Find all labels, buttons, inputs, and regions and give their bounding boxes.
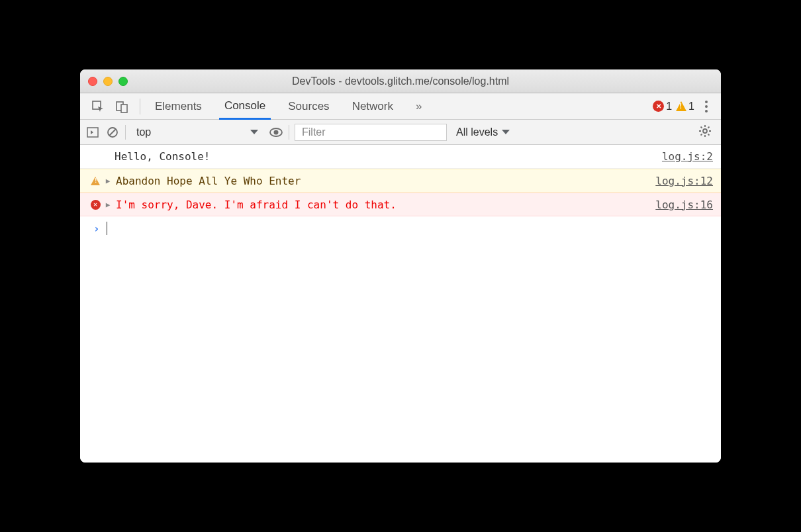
devtools-window: DevTools - devtools.glitch.me/console/lo… [80,69,721,463]
svg-point-8 [703,129,707,133]
message-source-link[interactable]: log.js:16 [655,199,713,211]
clear-console-icon[interactable] [105,125,120,140]
expand-arrow-icon[interactable]: ▶ [103,177,113,185]
minimize-button[interactable] [103,77,113,86]
separator [125,125,126,140]
tabbar-right: ✕ 1 1 [653,101,714,112]
console-settings-icon[interactable] [694,124,716,140]
filter-input[interactable] [295,124,447,141]
console-message-warn[interactable]: ▶ Abandon Hope All Ye Who Enter log.js:1… [80,169,721,193]
console-toolbar: top All levels [80,120,721,145]
separator [140,99,140,114]
prompt-caret-icon: › [93,222,100,235]
tab-network[interactable]: Network [347,93,399,119]
inspect-tools [87,99,133,114]
error-icon: ✕ [653,101,664,112]
message-text: Hello, Console! [88,150,662,163]
svg-line-16 [708,126,709,128]
tab-elements[interactable]: Elements [150,93,207,119]
message-text: Abandon Hope All Ye Who Enter [113,175,655,187]
expand-arrow-icon[interactable]: ▶ [103,200,113,209]
warning-icon [676,101,686,111]
text-cursor [107,222,107,235]
error-icon: ✕ [88,200,103,210]
warning-count-badge[interactable]: 1 [676,101,694,112]
close-button[interactable] [88,77,97,86]
device-toggle-icon[interactable] [115,99,129,114]
console-message-log[interactable]: Hello, Console! log.js:2 [80,145,721,169]
console-prompt[interactable]: › [80,216,721,240]
console-message-error[interactable]: ✕ ▶ I'm sorry, Dave. I'm afraid I can't … [80,193,721,216]
tab-console[interactable]: Console [219,93,271,120]
panel-tabs: Elements Console Sources Network » [150,93,427,119]
tabs-overflow-icon[interactable]: » [410,93,427,119]
svg-line-13 [701,126,702,128]
svg-line-5 [109,129,116,136]
warning-icon [88,177,103,185]
sidebar-toggle-icon[interactable] [85,125,100,140]
titlebar: DevTools - devtools.glitch.me/console/lo… [80,69,721,93]
levels-label: All levels [456,126,498,138]
chevron-down-icon [502,130,510,134]
svg-line-15 [701,134,702,135]
log-levels-select[interactable]: All levels [452,126,514,138]
context-label: top [136,126,151,138]
live-expression-icon[interactable] [269,125,283,140]
settings-menu-icon[interactable] [698,101,714,112]
warning-count: 1 [688,101,694,112]
inspect-element-icon[interactable] [91,99,105,114]
maximize-button[interactable] [118,77,128,86]
separator [289,125,289,140]
window-controls [88,77,128,86]
svg-rect-2 [121,105,127,112]
message-text: I'm sorry, Dave. I'm afraid I can't do t… [113,199,655,211]
message-source-link[interactable]: log.js:2 [662,150,713,163]
error-count-badge[interactable]: ✕ 1 [653,101,672,112]
svg-line-14 [708,134,709,135]
execution-context-select[interactable]: top [131,124,263,140]
window-title: DevTools - devtools.glitch.me/console/lo… [80,75,721,87]
tab-sources[interactable]: Sources [283,93,334,119]
chevron-down-icon [250,130,258,134]
main-tabbar: Elements Console Sources Network » ✕ 1 1 [80,93,721,120]
svg-point-7 [274,130,279,134]
message-source-link[interactable]: log.js:12 [655,175,713,187]
error-count: 1 [666,101,672,112]
console-output: Hello, Console! log.js:2 ▶ Abandon Hope … [80,145,721,463]
